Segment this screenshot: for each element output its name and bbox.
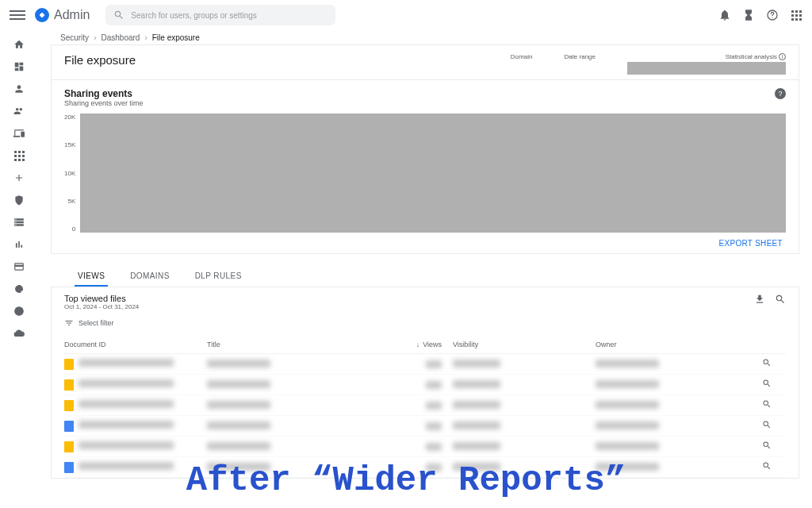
zoom-icon[interactable] [775,294,786,305]
rail-add-icon[interactable] [13,171,25,184]
card-title: Sharing events [64,88,144,99]
filter-date-range[interactable]: Date range [564,53,596,60]
sort-down-icon: ↓ [416,341,420,348]
col-title[interactable]: Title [207,341,405,348]
obscured-text [207,380,270,388]
info-icon: i [779,53,786,60]
file-icon [64,400,74,411]
table-row[interactable] [64,354,786,375]
main-content: File exposure Domain Date range Statisti… [51,44,799,479]
zoom-icon[interactable] [762,420,772,429]
topbar-actions [718,9,802,21]
menu-icon[interactable] [10,7,25,23]
col-views[interactable]: ↓Views [405,341,453,348]
obscured-text [79,359,174,367]
top-bar: Admin Search for users, groups or settin… [0,0,812,30]
top-viewed-files-card: Top viewed files Oct 1, 2024 - Oct 31, 2… [51,287,799,479]
help-icon[interactable] [766,9,779,21]
obscured-text [426,360,442,368]
filter-bar[interactable]: Select filter [64,318,786,328]
rail-reports-icon[interactable] [13,238,25,251]
left-nav-rail [0,30,38,508]
rail-groups-icon[interactable] [13,105,25,117]
obscured-text [207,442,270,450]
rail-storage-icon[interactable] [13,216,25,229]
filter-statistical-analysis[interactable]: Statistical analysisi [726,53,786,60]
rail-dashboard-icon[interactable] [13,60,25,73]
chevron-right-icon: › [144,33,147,42]
obscured-text [453,401,500,409]
col-owner[interactable]: Owner [596,341,762,348]
obscured-text [453,421,500,429]
table-row[interactable] [64,437,786,457]
tab-domains[interactable]: DOMAINS [127,267,172,287]
rail-person-icon[interactable] [13,83,25,95]
sharing-events-card: Sharing events Sharing events over time … [51,79,799,254]
export-sheet-button[interactable]: EXPORT SHEET [719,239,783,248]
tab-views[interactable]: VIEWS [75,267,108,287]
obscured-text [426,381,442,389]
filter-label: Select filter [79,319,114,327]
obscured-text [596,401,659,409]
obscured-text [426,443,442,451]
obscured-text [79,421,174,429]
obscured-text [453,360,500,368]
obscured-text [453,442,500,450]
file-icon [64,441,74,452]
obscured-text [596,360,659,368]
rail-cloud-icon[interactable] [13,327,25,340]
rail-atsign-icon[interactable] [13,283,25,295]
timer-icon[interactable] [742,9,755,21]
rail-billing-icon[interactable] [13,260,25,273]
col-document-id[interactable]: Document ID [64,341,207,348]
rail-devices-icon[interactable] [13,127,25,140]
table-subtitle: Oct 1, 2024 - Oct 31, 2024 [64,303,139,310]
obscured-text [207,401,270,409]
tab-dlp-rules[interactable]: DLP RULES [192,267,245,287]
filter-domain[interactable]: Domain [511,53,533,60]
obscured-text [79,441,174,449]
table-header: Document ID Title ↓Views Visibility Owne… [64,336,786,354]
zoom-icon[interactable] [762,379,772,388]
page-header: File exposure Domain Date range Statisti… [51,44,799,79]
obscured-text [596,442,659,450]
obscured-text [596,380,659,388]
zoom-icon[interactable] [762,441,772,450]
breadcrumb-item[interactable]: Dashboard [101,33,140,42]
table-row[interactable] [64,395,786,416]
obscured-text [79,400,174,408]
app-name: Admin [54,8,90,22]
help-icon[interactable]: ? [775,88,786,99]
file-icon [64,421,74,432]
obscured-text [426,402,442,410]
tab-section: VIEWS DOMAINS DLP RULES Top viewed files… [51,267,799,479]
admin-logo-icon [35,8,49,22]
search-icon [113,10,124,21]
tabs: VIEWS DOMAINS DLP RULES [51,267,799,287]
download-icon[interactable] [754,294,765,305]
notifications-icon[interactable] [718,9,731,21]
filter-value-obscured [627,62,786,75]
rail-home-icon[interactable] [13,38,25,51]
header-filters: Domain Date range Statistical analysisi [511,53,786,75]
obscured-text [596,421,659,429]
zoom-icon[interactable] [762,399,772,409]
obscured-text [79,379,174,387]
page-title: File exposure [64,53,136,67]
rail-support-icon[interactable] [13,305,25,318]
sharing-events-chart: 20K 15K 10K 5K 0 [64,114,786,233]
col-visibility[interactable]: Visibility [453,341,596,348]
search-input[interactable]: Search for users, groups or settings [105,5,335,25]
rail-security-icon[interactable] [13,194,25,206]
rail-apps-icon[interactable] [13,149,25,162]
card-subtitle: Sharing events over time [64,99,144,107]
table-row[interactable] [64,416,786,437]
apps-icon[interactable] [790,9,802,21]
obscured-text [207,360,270,368]
breadcrumb-item[interactable]: Security [60,33,89,42]
table-row[interactable] [64,375,786,395]
breadcrumb-current: File exposure [152,33,200,42]
obscured-text [426,422,442,430]
zoom-icon[interactable] [762,358,772,368]
search-placeholder: Search for users, groups or settings [131,11,256,20]
